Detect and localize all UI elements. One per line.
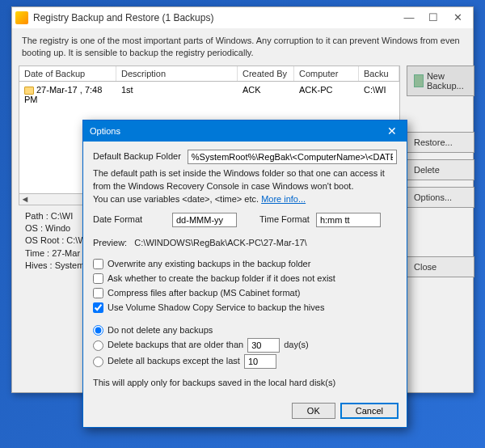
vss-checkbox[interactable]: [93, 302, 103, 313]
default-folder-label: Default Backup Folder: [93, 150, 181, 163]
cell-created: ACK: [238, 83, 294, 106]
table-row[interactable]: 27-Mar-17 , 7:48 PM 1st ACK ACK-PC C:\WI: [19, 82, 399, 108]
cell-desc: 1st: [116, 83, 238, 106]
col-desc[interactable]: Description: [116, 66, 238, 81]
delete-except-label: Delete all backups except the last: [108, 355, 240, 368]
delete-older-label: Delete backups that are older than: [108, 339, 243, 352]
vss-label: Use Volume Shadow Copy Service to backup…: [108, 302, 324, 315]
right-panel: New Backup... Restore... Delete Options.…: [407, 66, 474, 277]
folder-icon: [24, 87, 34, 95]
main-title: Registry Backup and Restore (1 Backups): [33, 12, 397, 23]
apply-note: This will apply only for backups saved i…: [93, 377, 397, 390]
delete-older-unit: day(s): [284, 339, 309, 352]
delete-except-input[interactable]: [244, 354, 276, 369]
compress-label: Compress files after backup (MS Cabinet …: [108, 287, 300, 300]
close-button[interactable]: ✕: [445, 10, 470, 26]
options-button[interactable]: Options...: [407, 187, 474, 208]
app-icon: [15, 11, 28, 24]
col-backup[interactable]: Backu: [359, 66, 399, 81]
preview-value: C:\WINDOWS\RegBak\ACK-PC\27-Mar-17\: [134, 238, 306, 247]
delete-button[interactable]: Delete: [407, 159, 474, 180]
date-format-input[interactable]: [172, 213, 237, 227]
cell-date: 27-Mar-17 , 7:48 PM: [24, 85, 102, 104]
delete-older-radio[interactable]: [93, 340, 103, 351]
new-backup-button[interactable]: New Backup...: [407, 66, 474, 96]
delete-except-radio[interactable]: [93, 357, 103, 367]
ask-create-checkbox[interactable]: [93, 273, 103, 284]
default-folder-input[interactable]: [188, 150, 397, 164]
time-format-input[interactable]: [316, 213, 381, 227]
restore-button[interactable]: Restore...: [407, 132, 474, 153]
explain-text-2: You can use variables <date>, <time> etc…: [93, 194, 261, 204]
date-format-label: Date Format: [93, 213, 166, 226]
delete-older-input[interactable]: [247, 338, 280, 353]
dialog-close-icon[interactable]: ✕: [384, 125, 400, 137]
grid-header: Date of Backup Description Created By Co…: [19, 66, 400, 81]
compress-checkbox[interactable]: [93, 288, 103, 298]
options-dialog: Options ✕ Default Backup Folder The defa…: [82, 120, 407, 428]
overwrite-label: Overwrite any existing backups in the ba…: [108, 258, 310, 271]
minimize-button[interactable]: —: [397, 10, 421, 26]
new-backup-icon: [414, 74, 424, 87]
col-date[interactable]: Date of Backup: [19, 66, 116, 81]
dialog-titlebar: Options ✕: [83, 120, 407, 142]
close-button-main[interactable]: Close: [407, 256, 474, 277]
explain-text-1: The default path is set inside the Windo…: [93, 167, 397, 193]
no-delete-label: Do not delete any backups: [108, 324, 213, 337]
more-info-link[interactable]: More info...: [261, 194, 306, 204]
cell-computer: ACK-PC: [294, 83, 359, 106]
maximize-button[interactable]: ☐: [421, 10, 445, 26]
main-titlebar: Registry Backup and Restore (1 Backups) …: [12, 7, 473, 28]
ok-button[interactable]: OK: [292, 403, 335, 419]
col-computer[interactable]: Computer: [294, 66, 359, 81]
dialog-title: Options: [90, 126, 384, 136]
intro-text: The registry is one of the most importan…: [12, 28, 473, 66]
overwrite-checkbox[interactable]: [93, 259, 103, 269]
preview-label: Preview:: [93, 238, 127, 247]
cancel-button[interactable]: Cancel: [340, 403, 399, 419]
time-format-label: Time Format: [259, 213, 310, 226]
window-controls: — ☐ ✕: [397, 10, 470, 26]
col-created[interactable]: Created By: [238, 66, 294, 81]
no-delete-radio[interactable]: [93, 325, 103, 336]
cell-backup: C:\WI: [359, 83, 399, 106]
scroll-left-icon[interactable]: ◄: [19, 194, 31, 204]
ask-create-label: Ask whether to create the backup folder …: [108, 273, 335, 285]
